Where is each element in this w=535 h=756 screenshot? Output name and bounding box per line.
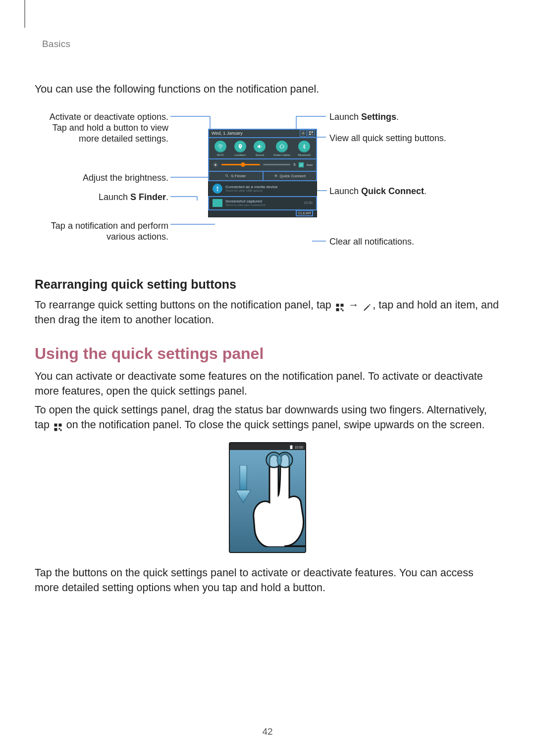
svg-point-18 [220,148,221,149]
para-qs-3: Tap the buttons on the quick settings pa… [35,565,500,595]
svg-point-24 [217,190,218,191]
svg-rect-25 [336,303,339,306]
svg-point-19 [239,145,241,147]
search-icon [225,174,229,178]
sound-icon [257,144,263,150]
svg-rect-34 [60,430,61,431]
para-rearrange: To rearrange quick setting buttons on th… [35,298,500,327]
sfinder-button: S Finder [209,171,263,181]
svg-point-21 [214,164,216,166]
wifi-icon [217,144,223,150]
notification-item: Connected as a media device Touch for ot… [209,181,317,197]
quickconnect-button: Quick Connect [263,171,317,181]
usb-icon [213,184,222,194]
pencil-icon [363,301,372,310]
breadcrumb: Basics [42,39,500,50]
svg-rect-16 [312,133,312,134]
svg-rect-27 [336,308,339,311]
svg-rect-20 [281,145,283,148]
svg-rect-14 [312,131,313,133]
label-notification-action: Tap a notification and perform various a… [40,220,168,242]
svg-point-22 [225,174,227,176]
svg-rect-31 [58,424,61,427]
svg-rect-29 [342,309,343,311]
label-clear: Clear all notifications. [329,236,478,247]
panel-date: Wed, 1 January [212,131,243,136]
intro-text: You can use the following functions on t… [35,83,500,96]
para-qs-1: You can activate or deactivate some feat… [35,369,500,399]
sfinder-quickconnect-row: S Finder Quick Connect [209,171,317,181]
label-sfinder: Launch S Finder. [40,192,168,202]
svg-rect-33 [58,428,60,430]
label-quickconnect: Launch Quick Connect. [329,186,478,197]
brightness-icon [213,162,218,168]
svg-rect-28 [340,308,342,309]
para-qs-2: To open the quick settings panel, drag t… [35,403,500,432]
gear-icon [301,131,306,136]
screenshot-thumb-icon [213,199,222,207]
down-arrow-icon [235,465,252,505]
svg-rect-13 [309,131,311,133]
brightness-row: 5 Auto [209,159,317,171]
label-view-all: View all quick setting buttons. [329,133,478,144]
grid-icon [309,131,314,136]
quick-toggles-row: Wi-Fi Location Sound Screen rotation Blu… [209,138,317,159]
page-number: 42 [0,726,535,737]
label-options: Activate or deactivate options. Tap and … [40,111,168,144]
notification-panel-mock: Wed, 1 January Wi-Fi Location Sound Scre… [208,129,317,217]
location-icon [237,144,243,150]
svg-rect-36 [291,445,292,446]
clear-notifications: CLEAR [209,210,317,217]
rotation-icon [279,144,285,150]
svg-rect-17 [313,134,313,135]
svg-rect-30 [54,424,57,427]
bluetooth-icon [301,144,307,150]
svg-rect-32 [54,428,57,431]
check-icon [299,163,303,167]
svg-rect-15 [309,133,311,135]
svg-point-41 [277,453,292,467]
subheading-rearrange: Rearranging quick setting buttons [35,277,500,292]
svg-rect-37 [240,465,247,490]
annotated-figure: Activate or deactivate options. Tap and … [35,106,500,255]
grid-edit-icon [335,301,344,310]
svg-point-12 [303,132,304,134]
star-icon [274,174,278,178]
grid-icon [54,421,62,430]
notification-item: Screenshot captured Touch to view your s… [209,197,317,210]
svg-line-23 [227,176,228,177]
section-heading-quicksettings: Using the quick settings panel [35,345,500,363]
svg-rect-26 [340,303,343,306]
hand-two-fingers-icon [250,448,306,547]
label-settings: Launch Settings. [329,111,478,122]
gesture-figure: 10:00 [35,442,500,553]
label-brightness: Adjust the brightness. [40,172,168,183]
